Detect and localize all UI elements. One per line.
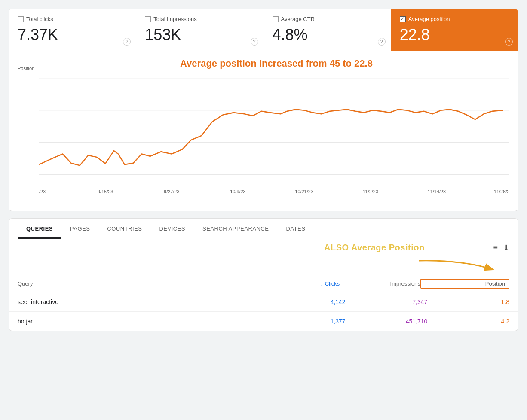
col-header-query: Query <box>18 280 259 287</box>
total-clicks-value: 7.37K <box>18 26 127 44</box>
row1-position: 1.8 <box>427 298 509 305</box>
bottom-card: QUERIES PAGES COUNTRIES DEVICES SEARCH A… <box>9 218 518 331</box>
metric-average-ctr[interactable]: Average CTR 4.8% ? <box>264 9 391 51</box>
y-axis-label: Position <box>18 66 34 71</box>
arrow-svg <box>411 256 505 275</box>
tabs-row: QUERIES PAGES COUNTRIES DEVICES SEARCH A… <box>9 219 518 239</box>
svg-text:10/9/23: 10/9/23 <box>230 189 245 194</box>
row2-impressions: 451,710 <box>346 318 428 325</box>
arrow-annotation-row <box>9 256 518 275</box>
tab-queries[interactable]: QUERIES <box>18 219 61 239</box>
tab-countries[interactable]: COUNTRIES <box>98 219 150 239</box>
row2-clicks: 1,377 <box>264 318 346 325</box>
average-position-value: 22.8 <box>400 26 509 44</box>
metrics-row: Total clicks 7.37K ? Total impressions 1… <box>9 9 518 51</box>
metric-total-clicks[interactable]: Total clicks 7.37K ? <box>9 9 136 51</box>
table-row: seer interactive 4,142 7,347 1.8 <box>9 292 518 312</box>
also-label: ALSO Average Position <box>255 243 493 253</box>
metric-total-impressions[interactable]: Total impressions 153K ? <box>136 9 264 51</box>
chart-svg: 0 15 30 45 9/3/23 9/15/23 9/27/23 10/9/2… <box>39 73 509 202</box>
filter-icon[interactable]: ≡ <box>493 243 498 252</box>
svg-text:11/26/23: 11/26/23 <box>494 189 509 194</box>
tab-search-appearance[interactable]: SEARCH APPEARANCE <box>194 219 277 239</box>
total-impressions-value: 153K <box>145 26 254 44</box>
average-position-help-icon[interactable]: ? <box>505 38 513 46</box>
average-position-label: Average position <box>408 16 450 22</box>
chart-annotation: Average position increased from 45 to 22… <box>18 58 509 69</box>
row2-position: 4.2 <box>427 318 509 325</box>
table-header-row: ALSO Average Position ≡ ⬇ <box>9 239 518 256</box>
total-impressions-label: Total impressions <box>153 16 196 22</box>
svg-text:11/2/23: 11/2/23 <box>363 189 378 194</box>
average-ctr-value: 4.8% <box>273 26 382 44</box>
chart-area: Average position increased from 45 to 22… <box>9 51 518 211</box>
average-position-checkbox[interactable] <box>400 16 406 22</box>
average-ctr-checkbox[interactable] <box>273 16 279 22</box>
tab-pages[interactable]: PAGES <box>61 219 98 239</box>
chart-container: Position 0 15 30 45 9/3/23 9/15/23 9/27/… <box>18 73 509 202</box>
svg-text:9/15/23: 9/15/23 <box>98 189 113 194</box>
table-row: hotjar 1,377 451,710 4.2 <box>9 312 518 331</box>
svg-text:9/3/23: 9/3/23 <box>39 189 46 194</box>
total-clicks-checkbox[interactable] <box>18 16 24 22</box>
row1-query: seer interactive <box>18 298 264 305</box>
col-header-impressions[interactable]: Impressions <box>340 280 420 287</box>
col-header-clicks[interactable]: ↓ Clicks <box>259 280 340 287</box>
top-card: Total clicks 7.37K ? Total impressions 1… <box>9 9 518 211</box>
row2-query: hotjar <box>18 318 264 325</box>
total-impressions-help-icon[interactable]: ? <box>251 38 258 46</box>
svg-text:10/21/23: 10/21/23 <box>295 189 313 194</box>
row1-impressions: 7,347 <box>346 298 428 305</box>
average-ctr-help-icon[interactable]: ? <box>378 38 386 46</box>
column-headers: Query ↓ Clicks Impressions Position <box>9 275 518 292</box>
toolbar-icons: ≡ ⬇ <box>493 243 510 253</box>
total-clicks-help-icon[interactable]: ? <box>123 38 131 46</box>
row1-clicks: 4,142 <box>264 298 346 305</box>
metric-average-position[interactable]: Average position 22.8 ? <box>391 9 518 51</box>
svg-text:11/14/23: 11/14/23 <box>428 189 446 194</box>
download-icon[interactable]: ⬇ <box>503 243 509 253</box>
tab-dates[interactable]: DATES <box>277 219 314 239</box>
total-clicks-label: Total clicks <box>26 16 53 22</box>
col-header-position[interactable]: Position <box>420 279 509 289</box>
total-impressions-checkbox[interactable] <box>145 16 151 22</box>
svg-text:9/27/23: 9/27/23 <box>164 189 179 194</box>
tab-devices[interactable]: DEVICES <box>150 219 194 239</box>
average-ctr-label: Average CTR <box>281 16 315 22</box>
